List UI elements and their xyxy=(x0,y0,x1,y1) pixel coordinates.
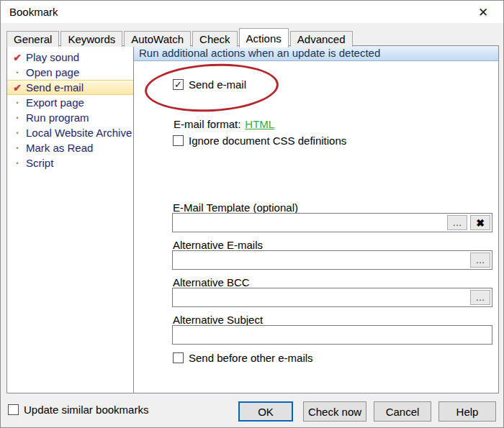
send-before-checkbox-row: Send before other e-mails xyxy=(173,352,313,364)
alt-bcc-field: … xyxy=(172,288,492,307)
tab-autowatch[interactable]: AutoWatch xyxy=(124,31,191,47)
sidebar-item-label: Mark as Read xyxy=(26,142,93,154)
sidebar-item-label: Export page xyxy=(26,96,84,109)
sidebar-item-label: Local Website Archive xyxy=(26,127,132,139)
action-list: ✔ Play sound • Open page ✔ Send e-mail •… xyxy=(7,46,134,393)
template-field: … ✖ xyxy=(172,213,492,232)
sidebar-item-script[interactable]: • Script xyxy=(7,155,133,170)
bullet-icon: • xyxy=(11,99,24,106)
help-button[interactable]: Help xyxy=(438,401,496,422)
clear-icon: ✖ xyxy=(476,217,485,229)
alt-emails-input[interactable] xyxy=(173,251,469,269)
sidebar-item-open-page[interactable]: • Open page xyxy=(7,65,133,80)
alt-bcc-browse-button[interactable]: … xyxy=(470,290,490,305)
send-email-checkbox[interactable]: ✓ xyxy=(173,79,184,90)
ignore-css-label: Ignore document CSS definitions xyxy=(189,135,346,147)
red-checkmark-icon: ✔ xyxy=(11,82,24,94)
red-checkmark-icon: ✔ xyxy=(11,52,24,63)
sidebar-item-label: Run program xyxy=(26,111,89,124)
sidebar-item-play-sound[interactable]: ✔ Play sound xyxy=(7,50,133,65)
alt-subject-field xyxy=(172,325,492,345)
close-icon[interactable]: ✕ xyxy=(473,4,493,21)
checkbox-tick: ✓ xyxy=(174,80,182,89)
bullet-icon: • xyxy=(11,129,24,137)
check-now-button[interactable]: Check now xyxy=(303,401,366,422)
send-before-label: Send before other e-mails xyxy=(189,352,313,364)
sidebar-item-local-website-archive[interactable]: • Local Website Archive xyxy=(7,125,133,140)
template-label: E-Mail Template (optional) xyxy=(173,201,298,214)
alt-subject-input[interactable] xyxy=(173,326,492,344)
cancel-button[interactable]: Cancel xyxy=(374,401,431,422)
tab-actions[interactable]: Actions xyxy=(239,28,289,47)
alt-bcc-label: Alternative BCC xyxy=(173,276,250,288)
alt-subject-label: Alternative Subject xyxy=(173,314,263,326)
ok-button[interactable]: OK xyxy=(238,401,293,422)
sidebar-item-label: Script xyxy=(26,157,53,169)
sidebar-item-send-email[interactable]: ✔ Send e-mail xyxy=(7,80,133,95)
email-format-link[interactable]: HTML xyxy=(245,118,274,130)
bookmark-dialog: Bookmark ✕ General Keywords AutoWatch Ch… xyxy=(0,0,504,428)
panel-header: Run additional actions when an update is… xyxy=(134,46,498,61)
bullet-icon: • xyxy=(11,145,24,152)
email-format-row: E-mail format: HTML xyxy=(174,118,274,130)
window-title: Bookmark xyxy=(9,6,58,18)
ignore-css-checkbox[interactable] xyxy=(173,135,184,146)
sidebar-item-mark-as-read[interactable]: • Mark as Read xyxy=(7,140,133,155)
template-input[interactable] xyxy=(173,214,446,232)
bullet-icon: • xyxy=(11,114,24,122)
alt-emails-field: … xyxy=(172,250,492,270)
template-browse-button[interactable]: … xyxy=(447,215,467,230)
ignore-css-checkbox-row: Ignore document CSS definitions xyxy=(173,135,346,147)
template-clear-button[interactable]: ✖ xyxy=(470,215,490,230)
ellipsis-icon: … xyxy=(476,292,485,303)
sidebar-item-label: Open page xyxy=(26,66,79,78)
update-similar-checkbox-row: Update similar bookmarks xyxy=(8,404,148,416)
alt-emails-browse-button[interactable]: … xyxy=(470,252,490,268)
update-similar-label: Update similar bookmarks xyxy=(24,404,148,416)
email-format-label: E-mail format: xyxy=(174,118,240,130)
sidebar-item-label: Play sound xyxy=(26,51,79,63)
tab-check[interactable]: Check xyxy=(192,31,238,47)
titlebar: Bookmark ✕ xyxy=(1,1,503,23)
send-email-label: Send e-mail xyxy=(189,78,246,91)
update-similar-checkbox[interactable] xyxy=(8,404,19,415)
tab-advanced[interactable]: Advanced xyxy=(290,31,353,47)
sidebar-item-run-program[interactable]: • Run program xyxy=(7,110,133,125)
alt-bcc-input[interactable] xyxy=(173,288,469,306)
send-before-checkbox[interactable] xyxy=(173,352,184,363)
ellipsis-icon: … xyxy=(453,217,462,228)
sidebar-item-label: Send e-mail xyxy=(26,81,84,94)
send-email-checkbox-row: ✓ Send e-mail xyxy=(173,78,246,91)
send-email-panel: Run additional actions when an update is… xyxy=(134,46,498,393)
tab-general[interactable]: General xyxy=(6,31,59,47)
ellipsis-icon: … xyxy=(476,255,485,265)
tab-strip: General Keywords AutoWatch Check Actions… xyxy=(6,28,354,47)
actions-tab-page: ✔ Play sound • Open page ✔ Send e-mail •… xyxy=(6,45,499,393)
bullet-icon: • xyxy=(11,160,24,167)
alt-emails-label: Alternative E-mails xyxy=(173,239,263,251)
sidebar-item-export-page[interactable]: • Export page xyxy=(7,95,133,110)
tab-keywords[interactable]: Keywords xyxy=(60,31,122,47)
bullet-icon: • xyxy=(11,69,24,76)
